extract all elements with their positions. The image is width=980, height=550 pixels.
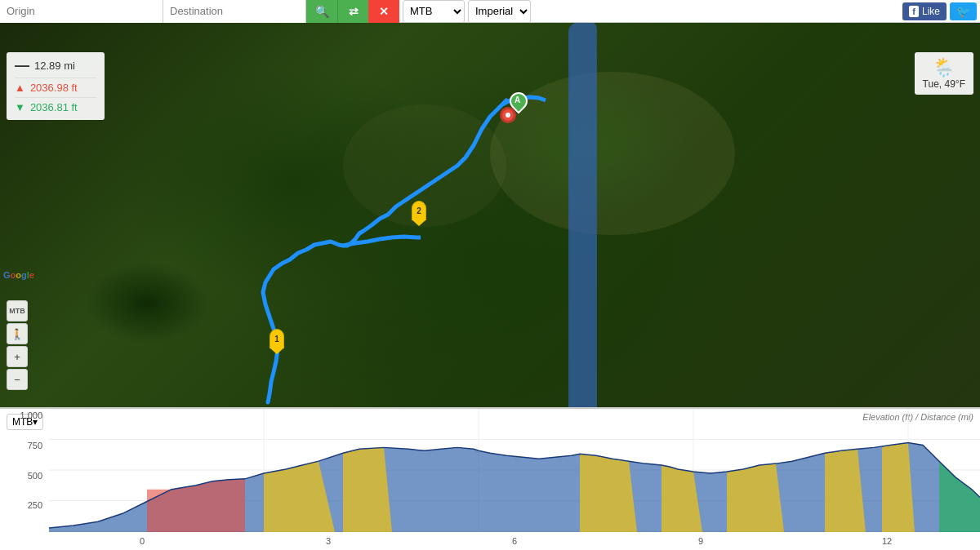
mode-select[interactable]: MTB Road Walking — [403, 0, 465, 23]
y-tick-1000: 1,000 — [3, 410, 46, 420]
weather-panel: 🌦️ Tue, 49°F — [915, 52, 973, 95]
y-tick-500: 500 — [3, 471, 46, 481]
marker-1-label: 1 — [274, 335, 279, 344]
unit-select[interactable]: Imperial Metric — [468, 0, 531, 23]
y-tick-750: 750 — [3, 441, 46, 450]
stats-panel: — 12.89 mi ▲ 2036.98 ft ▼ 2036.81 ft — [7, 52, 105, 120]
svg-marker-13 — [580, 454, 637, 532]
svg-marker-10 — [147, 479, 245, 532]
chart-inner — [49, 409, 980, 532]
swap-button[interactable]: ⇄ — [337, 0, 368, 23]
elevation-down-row: ▼ 2036.81 ft — [15, 101, 96, 113]
map-area[interactable]: A 1 2 — 12.89 mi ▲ — [0, 23, 980, 423]
route-svg — [0, 23, 980, 423]
x-tick-9: 9 — [608, 536, 794, 546]
weather-text: Tue, 49°F — [923, 78, 965, 90]
map-controls: MTB 🚶 + − — [7, 300, 28, 390]
elevation-up-value: 2036.98 ft — [30, 82, 78, 94]
top-bar: 🔍 ⇄ ✕ MTB Road Walking Imperial Metric f… — [0, 0, 980, 23]
marker-a-label: A — [514, 95, 520, 104]
y-tick-250: 250 — [3, 500, 46, 510]
google-logo: Google — [3, 270, 34, 280]
elevation-svg — [49, 409, 980, 532]
streetview-button[interactable]: 🚶 — [7, 323, 28, 344]
like-label: Like — [922, 6, 940, 17]
x-tick-6: 6 — [421, 536, 608, 546]
facebook-like-button[interactable]: f Like — [902, 2, 947, 20]
search-button[interactable]: 🔍 — [306, 0, 337, 23]
arrow-up-icon: ▲ — [15, 82, 25, 94]
elevation-chart: MTB▾ Elevation (ft) / Distance (mi) 1,00… — [0, 407, 980, 550]
clear-button[interactable]: ✕ — [368, 0, 399, 23]
share-button[interactable]: 🐦 — [950, 2, 977, 20]
search-icon: 🔍 — [315, 5, 329, 18]
x-axis-labels: 0 3 6 9 12 — [49, 532, 980, 550]
y-axis-labels: 1,000 750 500 250 — [0, 409, 49, 532]
stat-divider-1 — [15, 78, 96, 78]
facebook-logo: f — [909, 6, 919, 17]
origin-input[interactable] — [0, 0, 163, 23]
x-tick-12: 12 — [794, 536, 980, 546]
marker-2-label: 2 — [416, 206, 421, 215]
share-icon: 🐦 — [956, 5, 970, 18]
distance-icon: — — [15, 57, 29, 74]
svg-marker-18 — [939, 461, 980, 532]
svg-marker-12 — [343, 447, 392, 532]
stat-divider-2 — [15, 97, 96, 98]
svg-marker-15 — [727, 464, 784, 532]
map-type-button[interactable]: MTB — [7, 300, 28, 322]
destination-marker — [500, 107, 516, 123]
elevation-up-row: ▲ 2036.98 ft — [15, 82, 96, 94]
swap-icon: ⇄ — [349, 5, 359, 18]
zoom-in-button[interactable]: + — [7, 346, 28, 367]
marker-2: 2 — [412, 201, 428, 224]
distance-value: 12.89 mi — [34, 60, 75, 72]
destination-input[interactable] — [163, 0, 306, 23]
arrow-down-icon: ▼ — [15, 101, 25, 113]
zoom-out-button[interactable]: − — [7, 369, 28, 390]
elevation-down-value: 2036.81 ft — [30, 101, 78, 113]
marker-1: 1 — [270, 329, 286, 352]
distance-row: — 12.89 mi — [15, 57, 96, 74]
clear-icon: ✕ — [379, 5, 389, 18]
x-tick-3: 3 — [235, 536, 421, 546]
x-tick-0: 0 — [49, 536, 235, 546]
weather-icon: 🌦️ — [923, 57, 965, 78]
